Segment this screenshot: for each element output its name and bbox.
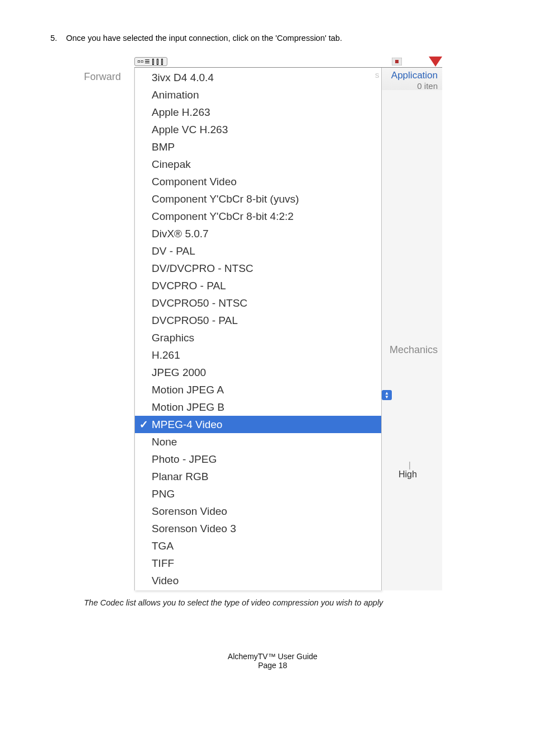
codec-menu-item[interactable]: DVCPRO - PAL	[135, 277, 381, 294]
codec-menu-item[interactable]: Cinepak	[135, 156, 381, 173]
codec-menu-item[interactable]: Motion JPEG A	[135, 381, 381, 398]
codec-menu-item-label: Motion JPEG A	[152, 384, 224, 396]
slider-tick: |	[409, 461, 411, 469]
codec-menu-item-label: Video	[152, 575, 179, 586]
codec-menu-item[interactable]: Motion JPEG B	[135, 398, 381, 416]
codec-menu-item-label: Cinepak	[152, 158, 191, 170]
codec-menu-item-label: Motion JPEG B	[152, 401, 224, 413]
codec-menu-item[interactable]: Graphics	[135, 329, 381, 346]
codec-menu-item[interactable]: TIFF	[135, 555, 381, 572]
codec-menu-item-label: None	[152, 436, 177, 448]
view-mode-toolbar[interactable]: ▫▫ ≡ ⫿⫿⫿	[134, 57, 167, 66]
codec-menu-item[interactable]: DVCPRO50 - NTSC	[135, 294, 381, 312]
figure-caption: The Codec list allows you to select the …	[84, 598, 495, 607]
icon-view-icon: ▫▫	[137, 57, 143, 67]
codec-menu-item[interactable]: ✓MPEG-4 Video	[135, 416, 381, 433]
left-column: Forward	[84, 68, 134, 590]
forward-button-label[interactable]: Forward	[84, 71, 134, 83]
codec-menu-item[interactable]: DV - PAL	[135, 242, 381, 260]
codec-menu-item-label: PNG	[152, 488, 175, 500]
red-triangle-icon	[429, 57, 442, 67]
quality-high-label: High	[399, 469, 417, 480]
codec-menu-item[interactable]: Sorenson Video 3	[135, 520, 381, 537]
item-count: 0 iten	[391, 81, 438, 91]
codec-menu-item-label: H.261	[152, 349, 180, 361]
codec-menu-item-label: Sorenson Video 3	[152, 523, 236, 534]
list-view-icon: ≡	[144, 57, 149, 67]
screenshot-container: ▫▫ ≡ ⫿⫿⫿ Forward 3ivx D4 4.0.4AnimationA…	[84, 56, 442, 590]
uk-flag-icon	[392, 58, 402, 65]
right-column: Application 0 iten s Mechanics ▲ ▼ | Hig…	[382, 68, 442, 590]
codec-menu-item-label: DivX® 5.0.7	[152, 228, 209, 240]
codec-menu-item[interactable]: Component Video	[135, 173, 381, 190]
down-arrow-icon: ▼	[385, 395, 389, 399]
codec-menu-item-label: DV - PAL	[152, 245, 195, 257]
codec-menu-item-label: Component Y'CbCr 8-bit (yuvs)	[152, 193, 299, 205]
codec-menu-item-label: TIFF	[152, 557, 174, 569]
codec-menu-item[interactable]: Component Y'CbCr 8-bit (yuvs)	[135, 190, 381, 208]
codec-menu-item[interactable]: Sorenson Video	[135, 503, 381, 520]
checkmark-icon: ✓	[139, 417, 148, 432]
codec-menu-item-label: BMP	[152, 141, 175, 153]
footer-page-label: Page	[258, 661, 277, 670]
popup-stepper-icon[interactable]: ▲ ▼	[382, 390, 392, 400]
codec-menu-item[interactable]: Apple H.263	[135, 104, 381, 121]
codec-menu-item[interactable]: Apple VC H.263	[135, 121, 381, 138]
codec-menu-item-label: JPEG 2000	[152, 367, 206, 378]
instruction-step: 5. Once you have selected the input conn…	[50, 34, 495, 43]
codec-menu-item-label: Photo - JPEG	[152, 453, 217, 465]
codec-menu-item-label: DV/DVCPRO - NTSC	[152, 262, 254, 274]
codec-menu[interactable]: 3ivx D4 4.0.4AnimationApple H.263Apple V…	[134, 68, 382, 590]
codec-menu-item[interactable]: Animation	[135, 86, 381, 104]
codec-menu-item-label: 3ivx D4 4.0.4	[152, 72, 214, 83]
step-number: 5.	[50, 34, 64, 43]
codec-menu-item[interactable]: DV/DVCPRO - NTSC	[135, 260, 381, 277]
codec-menu-item[interactable]: Component Y'CbCr 8-bit 4:2:2	[135, 208, 381, 225]
codec-menu-item-label: Sorenson Video	[152, 505, 227, 517]
codec-menu-item-label: DVCPRO - PAL	[152, 280, 226, 292]
codec-menu-item[interactable]: DVCPRO50 - PAL	[135, 312, 381, 329]
codec-menu-item[interactable]: Planar RGB	[135, 468, 381, 485]
page-footer: AlchemyTV™ User Guide Page 18	[50, 652, 495, 670]
codec-menu-item-label: Animation	[152, 89, 199, 101]
codec-menu-item[interactable]: None	[135, 433, 381, 450]
codec-menu-item[interactable]: 3ivx D4 4.0.4	[135, 69, 381, 86]
codec-menu-item-label: Graphics	[152, 332, 194, 344]
codec-menu-item[interactable]: PNG	[135, 485, 381, 503]
codec-menu-item-label: Component Video	[152, 176, 237, 187]
codec-menu-item-label: DVCPRO50 - NTSC	[152, 297, 247, 309]
codec-menu-item[interactable]: DivX® 5.0.7	[135, 225, 381, 242]
codec-menu-item-label: Apple VC H.263	[152, 124, 228, 135]
codec-menu-item[interactable]: H.261	[135, 346, 381, 364]
bg-favorites-text: s	[375, 70, 380, 79]
codec-menu-item[interactable]: Photo - JPEG	[135, 450, 381, 468]
codec-menu-item[interactable]: JPEG 2000	[135, 364, 381, 381]
applications-link[interactable]: Application	[391, 70, 438, 81]
footer-guide-title: AlchemyTV™ User Guide	[50, 652, 495, 661]
step-text: Once you have selected the input connect…	[66, 34, 342, 43]
column-view-icon: ⫿⫿⫿	[151, 57, 165, 67]
svg-rect-1	[395, 60, 399, 63]
codec-menu-item-label: Component Y'CbCr 8-bit 4:2:2	[152, 210, 294, 222]
codec-menu-item[interactable]: Video	[135, 572, 381, 589]
footer-page-number: 18	[279, 661, 288, 670]
codec-menu-item-label: TGA	[152, 540, 174, 552]
codec-menu-item[interactable]: TGA	[135, 537, 381, 555]
codec-menu-item-label: MPEG-4 Video	[152, 419, 222, 430]
codec-menu-item-label: DVCPRO50 - PAL	[152, 314, 238, 326]
mechanics-tab[interactable]: Mechanics	[390, 344, 438, 356]
codec-menu-item[interactable]: BMP	[135, 138, 381, 156]
codec-menu-item-label: Apple H.263	[152, 106, 210, 118]
codec-menu-item-label: Planar RGB	[152, 471, 208, 482]
toolbar-strip: ▫▫ ≡ ⫿⫿⫿	[134, 56, 442, 68]
svg-marker-2	[429, 57, 442, 67]
